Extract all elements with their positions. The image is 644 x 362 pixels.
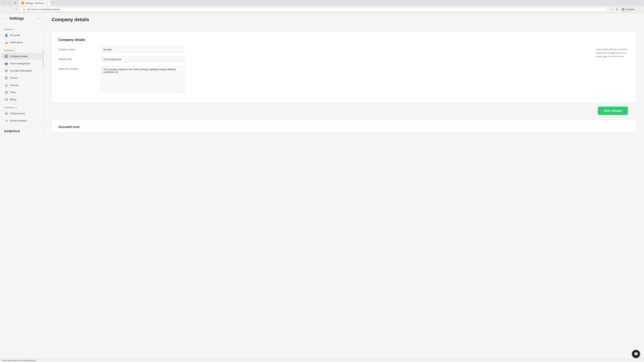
save-changes-button[interactable]: Save changes [598, 107, 628, 115]
back-btn[interactable]: ← [2, 7, 7, 11]
company-section-header[interactable]: Company ▼ [0, 48, 44, 53]
sidebar-item-plans[interactable]: Plans [1, 89, 42, 96]
account-icon-section: Account icon [52, 120, 636, 132]
billing-label: Billing [10, 98, 16, 101]
company-name-label: Company name [58, 46, 95, 51]
svg-point-6 [6, 70, 7, 71]
sidebar-item-hiring-process[interactable]: Hiring process [1, 110, 42, 117]
sidebar-item-security[interactable]: 🔒 Security [1, 82, 42, 89]
bookmark-btn[interactable]: ☆ [609, 7, 614, 11]
sidebar-item-team-management[interactable]: 👥 Team management [1, 60, 42, 67]
page-title: Company details [52, 17, 636, 22]
status-bar: https://app.homerun.co/settings/company [0, 359, 644, 360]
form-rows-with-note: Company name Website URL [58, 46, 629, 96]
back-to-app-btn[interactable]: ← [4, 16, 8, 20]
footer-actions: Save changes [52, 107, 636, 120]
sidebar-footer: HOMERUN [0, 127, 44, 136]
about-company-textarea[interactable]: This company started in the 2000's aimin… [100, 66, 184, 93]
personal-section-label: Personal [4, 28, 12, 30]
sidebar-wrapper: ← Settings « Personal ▼ 👤 My profile 🔔 N… [0, 13, 44, 360]
sensitive-icon [5, 69, 8, 72]
chat-bubble-btn[interactable]: 💬 [632, 350, 640, 358]
active-tab[interactable]: H Settings · Homerun ✕ [19, 0, 51, 6]
website-url-label: Website URL [58, 56, 95, 60]
svg-rect-9 [5, 99, 8, 100]
sidebar-scrollbar-track [42, 46, 44, 360]
content-area: Company details Company name Website U [44, 26, 644, 138]
incognito-icon: 🕵 [622, 8, 625, 10]
bell-icon: 🔔 [5, 41, 8, 44]
app-layout: ← Settings « Personal ▼ 👤 My profile 🔔 N… [0, 13, 644, 360]
sidebar-header: ← Settings « [0, 13, 44, 24]
notifications-label: Notifications [10, 41, 23, 44]
address-bar[interactable]: 🔒 app.homerun.co/settings/company [20, 7, 608, 11]
settings-title: Settings [10, 16, 24, 21]
page-header: Company details [44, 13, 644, 26]
email-templates-icon: ✉ [5, 119, 8, 122]
candidates-section-label: Candidates [4, 106, 15, 109]
account-icon-title: Account icon [58, 125, 629, 129]
reload-btn[interactable]: ↻ [14, 7, 19, 11]
candidates-section-header[interactable]: Candidates ▼ [0, 105, 44, 110]
browser-toolbar: ← → ↻ 🔒 app.homerun.co/settings/company … [0, 6, 644, 13]
window-close-btn[interactable]: ✕ [13, 0, 18, 5]
chat-icon: 💬 [634, 352, 638, 356]
billing-icon [5, 98, 8, 101]
privacy-icon [5, 76, 8, 80]
plans-icon [5, 91, 8, 94]
security-label: Security [10, 84, 18, 86]
incognito-label: Incognito [626, 8, 634, 10]
sidebar-nav: Personal ▼ 👤 My profile 🔔 Notifications … [0, 24, 44, 127]
about-company-field-wrap: This company started in the 2000's aimin… [100, 66, 589, 93]
forward-btn[interactable]: → [8, 7, 13, 11]
about-company-row: About the company This company started i… [58, 66, 589, 93]
company-details-label: Company details [10, 55, 28, 58]
sidebar-item-privacy[interactable]: Privacy [1, 74, 42, 81]
form-note-col: These details will also be publicly visi… [596, 46, 629, 96]
sidebar-collapse-btn[interactable]: « [38, 17, 40, 20]
website-url-input[interactable] [100, 56, 184, 62]
new-tab-btn[interactable]: + [51, 0, 56, 5]
security-icon: 🔒 [5, 83, 8, 87]
section-card-title: Company details [58, 38, 629, 42]
sidebar-scrollbar-thumb [43, 50, 44, 70]
split-screen-btn[interactable]: ⊟ [615, 7, 619, 11]
sidebar-item-notifications[interactable]: 🔔 Notifications [1, 39, 42, 46]
tab-bar: ─ ⬜ ✕ H Settings · Homerun ✕ + [0, 0, 644, 6]
tab-close-btn[interactable]: ✕ [45, 1, 48, 4]
form-fields-col: Company name Website URL [58, 46, 589, 96]
sidebar-item-sensitive-information[interactable]: Sensitive information [1, 67, 42, 74]
tab-label: Settings · Homerun [25, 2, 44, 4]
personal-chevron-icon: ▼ [13, 28, 15, 30]
email-templates-label: Email templates [10, 119, 27, 122]
menu-btn[interactable]: ⋮ [637, 7, 642, 11]
toolbar-actions: ☆ ⊟ 🕵 Incognito ⋮ [609, 7, 642, 11]
window-maximize-btn[interactable]: ⬜ [7, 0, 12, 5]
window-minimize-btn[interactable]: ─ [1, 0, 6, 5]
team-icon: 👥 [5, 62, 8, 65]
svg-point-12 [6, 113, 7, 114]
url-text: app.homerun.co/settings/company [26, 8, 60, 10]
sidebar-item-email-templates[interactable]: ✉ Email templates [1, 117, 42, 124]
company-details-card: Company details Company name Website U [52, 32, 636, 103]
company-name-field-wrap [100, 46, 589, 53]
incognito-badge: 🕵 Incognito [620, 7, 636, 11]
tab-favicon: H [21, 2, 24, 4]
browser-chrome: ─ ⬜ ✕ H Settings · Homerun ✕ + ← → ↻ 🔒 a… [0, 0, 644, 13]
homerun-logo: HOMERUN [4, 130, 40, 133]
about-company-label: About the company [58, 66, 95, 70]
sidebar-item-billing[interactable]: Billing [1, 96, 42, 103]
company-name-input[interactable] [100, 46, 184, 53]
status-url: https://app.homerun.co/settings/company [2, 359, 36, 360]
team-management-label: Team management [10, 62, 30, 65]
company-details-icon [5, 55, 8, 58]
sidebar-item-company-details[interactable]: Company details [1, 53, 42, 60]
svg-point-11 [5, 112, 8, 115]
company-chevron-icon: ▼ [14, 50, 16, 51]
my-profile-label: My profile [10, 34, 20, 36]
privacy-label: Privacy [10, 77, 18, 79]
company-section-label: Company [4, 49, 13, 52]
side-note-text: These details will also be publicly visi… [596, 47, 629, 58]
personal-section-header[interactable]: Personal ▼ [0, 27, 44, 31]
sidebar-item-my-profile[interactable]: 👤 My profile [1, 32, 42, 39]
